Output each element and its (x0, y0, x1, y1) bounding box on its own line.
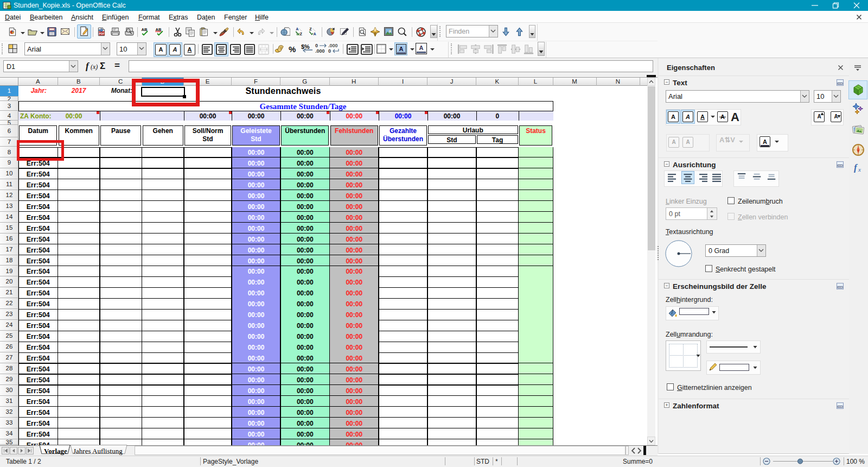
svg-text:Z: Z (309, 27, 312, 31)
svg-text:A: A (296, 27, 298, 31)
svg-text:PDF: PDF (99, 32, 104, 35)
svg-text:f: f (854, 162, 858, 173)
svg-text:x: x (858, 166, 861, 173)
svg-text:A: A (313, 31, 316, 36)
svg-text:Z: Z (299, 31, 302, 36)
